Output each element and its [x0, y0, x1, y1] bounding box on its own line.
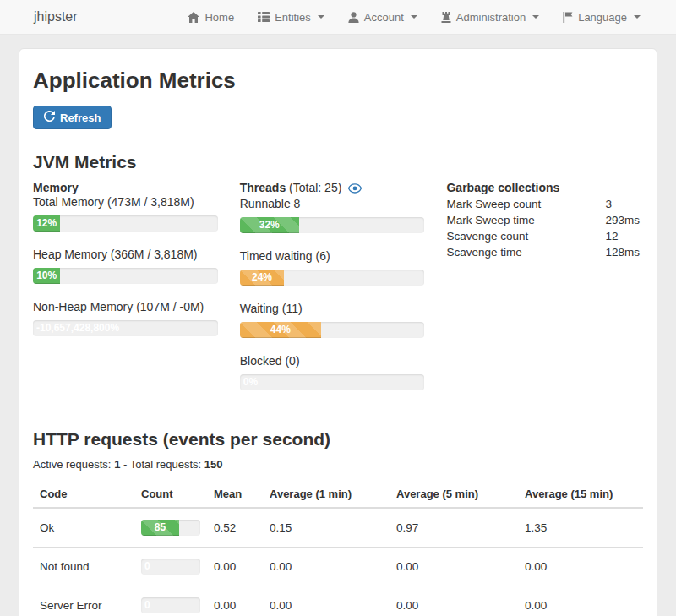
- flag-icon: [563, 12, 573, 23]
- avg5-cell: 0.00: [390, 586, 518, 616]
- gc-label: Mark Sweep time: [446, 214, 605, 226]
- metric-nonheap-memory: Non-Heap Memory (107M / -0M) -10,657,428…: [33, 300, 218, 336]
- code-cell: Not found: [33, 548, 134, 586]
- column-header-code: Code: [33, 481, 134, 508]
- count-cell: 85: [134, 508, 207, 548]
- threads-column: Threads (Total: 25) Runnable 8 32% Timed…: [240, 181, 447, 406]
- metric-label: Runnable 8: [240, 197, 425, 210]
- count-cell: 0: [134, 586, 207, 616]
- metric-label: Heap Memory (366M / 3,818M): [33, 248, 218, 261]
- gc-value: 12: [605, 230, 618, 243]
- column-header-avg5: Average (5 min): [390, 481, 518, 508]
- column-header-avg1: Average (1 min): [263, 481, 390, 508]
- count-progress: 0: [141, 597, 200, 613]
- gc-value: 293ms: [605, 214, 640, 226]
- gc-label: Scavenge count: [446, 230, 605, 243]
- progress-waiting: 44%: [240, 322, 425, 338]
- refresh-button[interactable]: Refresh: [33, 106, 112, 129]
- main-panel: Application Metrics Refresh JVM Metrics …: [19, 48, 657, 616]
- chevron-down-icon: [634, 15, 641, 19]
- page-title: Application Metrics: [33, 68, 643, 94]
- metric-label: Waiting (11): [240, 302, 425, 315]
- gc-row: Mark Sweep time 293ms: [446, 214, 640, 226]
- progress-nonheap-memory: -10,657,428,800%: [33, 320, 218, 336]
- refresh-icon: [44, 111, 55, 124]
- total-requests-value: 150: [204, 458, 223, 471]
- metric-label: Total Memory (473M / 3,818M): [33, 195, 218, 209]
- gc-label: Mark Sweep count: [446, 198, 605, 210]
- http-requests-table: Code Count Mean Average (1 min) Average …: [33, 481, 643, 616]
- memory-heading: Memory: [33, 181, 218, 194]
- progress-timed-waiting: 24%: [240, 270, 425, 286]
- eye-icon[interactable]: [348, 183, 362, 196]
- mean-cell: 0.00: [207, 548, 263, 586]
- total-requests-label: Total requests:: [130, 458, 202, 471]
- jvm-metrics-title: JVM Metrics: [33, 152, 643, 172]
- count-progress: 0: [141, 559, 200, 575]
- avg1-cell: 0.00: [263, 586, 390, 616]
- progress-bar-fill: 44%: [240, 322, 321, 338]
- progress-heap-memory: 10%: [33, 268, 218, 284]
- requests-summary: Active requests: 1 - Total requests: 150: [33, 458, 643, 471]
- column-header-mean: Mean: [207, 481, 263, 508]
- metric-label: Blocked (0): [240, 354, 425, 368]
- threads-heading: Threads (Total: 25): [240, 181, 425, 196]
- list-icon: [258, 12, 270, 22]
- nav-item-label: Account: [364, 11, 404, 24]
- metric-waiting: Waiting (11) 44%: [240, 302, 425, 338]
- progress-bar-fill: 12%: [33, 215, 60, 232]
- user-icon: [348, 12, 359, 23]
- progress-runnable: 32%: [240, 217, 425, 233]
- progress-blocked: 0%: [240, 374, 425, 390]
- navbar: jhipster Home Entities Account Administr…: [0, 0, 676, 35]
- count-progress: 85: [141, 520, 200, 536]
- jvm-metrics-row: Memory Total Memory (473M / 3,818M) 12% …: [33, 181, 643, 406]
- avg5-cell: 0.97: [390, 508, 518, 548]
- avg5-cell: 0.00: [390, 548, 518, 586]
- code-cell: Server Error: [33, 586, 134, 616]
- home-icon: [188, 12, 199, 23]
- chevron-down-icon: [318, 15, 324, 19]
- gc-heading: Garbage collections: [446, 181, 640, 194]
- nav-item-label: Language: [578, 11, 627, 24]
- avg1-cell: 0.00: [263, 548, 390, 586]
- count-cell: 0: [134, 548, 207, 586]
- gc-row: Mark Sweep count 3: [446, 198, 640, 210]
- nav-item-account[interactable]: Account: [336, 0, 429, 35]
- metric-label: Non-Heap Memory (107M / -0M): [33, 300, 218, 313]
- progress-bar-fill: 32%: [240, 217, 299, 233]
- table-header-row: Code Count Mean Average (1 min) Average …: [33, 481, 643, 508]
- progress-bar-fill: 24%: [240, 270, 284, 286]
- nav-item-entities[interactable]: Entities: [246, 0, 336, 35]
- progress-bar-fill: 0%: [240, 374, 243, 390]
- table-row-ok: Ok 85 0.52 0.15 0.97 1.35: [33, 508, 643, 548]
- gc-column: Garbage collections Mark Sweep count 3 M…: [446, 181, 643, 406]
- active-requests-label: Active requests:: [33, 458, 112, 471]
- table-row-server-error: Server Error 0 0.00 0.00 0.00 0.00: [33, 586, 643, 616]
- progress-bar-fill: -10,657,428,800%: [33, 320, 36, 336]
- brand-link[interactable]: jhipster: [34, 9, 78, 25]
- avg15-cell: 1.35: [518, 508, 643, 548]
- chevron-down-icon: [532, 15, 539, 19]
- progress-bar-fill: 0: [141, 597, 144, 613]
- progress-total-memory: 12%: [33, 215, 218, 232]
- progress-bar-fill: 85: [141, 520, 179, 536]
- avg15-cell: 0.00: [518, 586, 643, 616]
- threads-heading-label: Threads: [240, 181, 286, 194]
- gc-row: Scavenge time 128ms: [446, 246, 640, 259]
- table-row-not-found: Not found 0 0.00 0.00 0.00 0.00: [33, 548, 643, 586]
- summary-separator: -: [120, 458, 129, 471]
- navbar-menu: Home Entities Account Administration Lan…: [176, 0, 652, 35]
- progress-bar-fill: 10%: [33, 268, 60, 284]
- nav-item-label: Administration: [456, 11, 526, 24]
- metric-total-memory: Total Memory (473M / 3,818M) 12%: [33, 195, 218, 232]
- nav-item-home[interactable]: Home: [176, 0, 246, 35]
- metric-heap-memory: Heap Memory (366M / 3,818M) 10%: [33, 248, 218, 284]
- metric-label: Timed waiting (6): [240, 249, 425, 263]
- code-cell: Ok: [33, 508, 134, 548]
- nav-item-language[interactable]: Language: [551, 0, 652, 35]
- refresh-button-label: Refresh: [60, 112, 101, 124]
- metric-runnable: Runnable 8 32%: [240, 197, 425, 233]
- tower-icon: [441, 12, 451, 23]
- nav-item-administration[interactable]: Administration: [429, 0, 551, 35]
